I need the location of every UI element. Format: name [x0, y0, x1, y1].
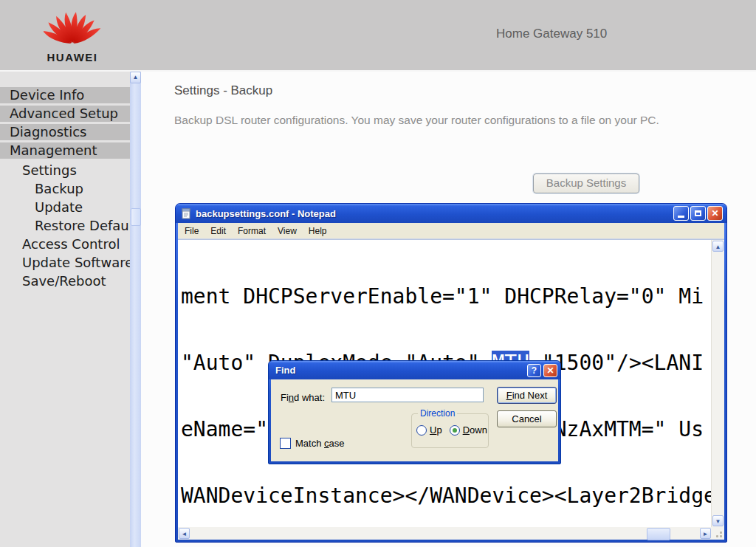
scroll-right-icon[interactable]: ►	[700, 528, 711, 539]
huawei-flower-icon	[44, 3, 101, 47]
notepad-menubar: File Edit Format View Help	[178, 223, 724, 239]
match-case-checkbox[interactable]	[280, 438, 291, 449]
notepad-icon	[180, 207, 192, 219]
scroll-down-icon[interactable]: ▼	[712, 515, 724, 526]
radio-down-label[interactable]: Down	[463, 424, 487, 436]
vertical-scrollbar[interactable]: ▲ ▼	[711, 240, 724, 527]
menu-help[interactable]: Help	[303, 226, 333, 236]
match-case-label[interactable]: Match case	[295, 438, 344, 449]
sidebar: Device Info Advanced Setup Diagnostics M…	[0, 72, 130, 547]
horizontal-scrollbar-thumb[interactable]	[647, 528, 670, 540]
notepad-title: backupsettings.conf - Notepad	[196, 208, 672, 219]
find-next-button[interactable]: Find Next	[497, 387, 557, 404]
product-title: Home Gateway 510	[496, 27, 607, 41]
horizontal-scrollbar[interactable]: ◄ ►	[178, 527, 712, 540]
sidebar-item-backup[interactable]: Backup	[0, 179, 130, 198]
sidebar-item-management[interactable]: Management	[0, 142, 130, 159]
sidebar-item-advanced-setup[interactable]: Advanced Setup	[0, 106, 130, 122]
find-dialog-titlebar[interactable]: Find ? ✕	[269, 361, 560, 379]
scroll-left-icon[interactable]: ◄	[179, 528, 190, 539]
window-controls: ✕	[672, 206, 723, 221]
find-dialog-title: Find	[275, 365, 525, 376]
find-what-label: Find what:	[281, 392, 325, 403]
close-icon: ✕	[711, 209, 718, 218]
find-dialog-body: Find what: Find Next Cancel Direction Up…	[271, 379, 558, 461]
notepad-bottom-row: ◄ ►	[178, 527, 724, 540]
sidebar-scrollbar[interactable]: ▲	[130, 72, 141, 547]
scroll-up-icon[interactable]: ▲	[712, 241, 724, 252]
backup-settings-button[interactable]: Backup Settings	[533, 173, 639, 193]
sidebar-item-device-info[interactable]: Device Info	[0, 87, 130, 103]
text-line: ment DHCPServerEnable="1" DHCPRelay="0" …	[181, 286, 711, 308]
minimize-icon	[678, 216, 684, 218]
sidebar-item-restore-default[interactable]: Restore Default	[0, 216, 130, 235]
main-content: Settings - Backup Backup DSL router conf…	[141, 72, 756, 547]
menu-file[interactable]: File	[179, 226, 205, 236]
sidebar-item-update-software[interactable]: Update Software	[0, 253, 130, 272]
radio-down[interactable]	[450, 425, 460, 436]
resize-grip[interactable]	[712, 527, 724, 540]
sidebar-item-access-control[interactable]: Access Control	[0, 235, 130, 253]
menu-format[interactable]: Format	[232, 226, 272, 236]
direction-group-label: Direction	[418, 408, 457, 419]
match-case-row: Match case	[280, 438, 344, 449]
sidebar-item-update[interactable]: Update	[0, 198, 130, 216]
find-dialog: Find ? ✕ Find what: Find Next Cancel Dir…	[268, 360, 561, 464]
minimize-button[interactable]	[673, 206, 689, 221]
huawei-wordmark: HUAWEI	[41, 51, 103, 63]
sidebar-item-save-reboot[interactable]: Save/Reboot	[0, 272, 130, 290]
header: HUAWEI Home Gateway 510	[0, 0, 756, 70]
maximize-icon	[695, 210, 701, 216]
close-button[interactable]: ✕	[707, 206, 723, 221]
sidebar-item-settings[interactable]: Settings	[0, 161, 130, 179]
direction-options: Up Down	[416, 424, 495, 436]
direction-group: Direction Up Down	[411, 413, 489, 448]
help-button[interactable]: ?	[527, 364, 541, 377]
page-title: Settings - Backup	[174, 83, 272, 98]
close-button[interactable]: ✕	[543, 364, 557, 377]
maximize-button[interactable]	[690, 206, 706, 221]
page-description: Backup DSL router configurations. You ma…	[174, 114, 659, 127]
huawei-logo: HUAWEI	[41, 3, 103, 63]
scroll-up-icon[interactable]: ▲	[130, 72, 141, 83]
menu-edit[interactable]: Edit	[205, 226, 232, 236]
page: HUAWEI Home Gateway 510 Device Info Adva…	[0, 0, 756, 547]
text-line: WANDeviceInstance></WANDevice><Layer2Bri…	[181, 485, 711, 507]
sidebar-scrollbar-thumb[interactable]	[131, 208, 141, 226]
menu-view[interactable]: View	[272, 226, 303, 236]
radio-up[interactable]	[416, 425, 427, 436]
sidebar-item-diagnostics[interactable]: Diagnostics	[0, 124, 130, 140]
cancel-button[interactable]: Cancel	[497, 410, 557, 427]
notepad-titlebar[interactable]: backupsettings.conf - Notepad ✕	[176, 204, 726, 223]
find-what-input[interactable]	[331, 388, 484, 402]
radio-up-label[interactable]: Up	[430, 424, 442, 436]
